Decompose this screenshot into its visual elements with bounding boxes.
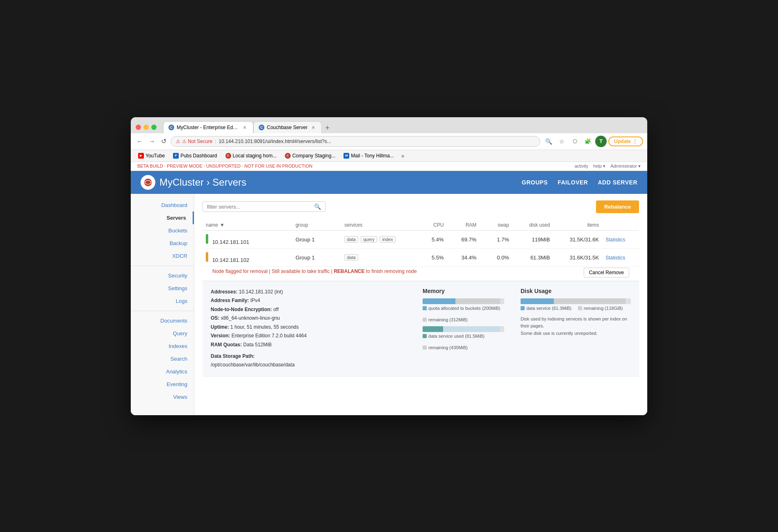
sidebar-item-documents[interactable]: Documents xyxy=(131,314,194,327)
content-area: 🔍 Rebalance name ▼ xyxy=(194,194,647,415)
server2-group: Group 1 xyxy=(292,248,341,266)
disk-bar-track xyxy=(521,298,631,304)
back-button[interactable]: ← xyxy=(135,136,145,147)
cancel-remove-button[interactable]: Cancel Remove xyxy=(584,268,629,277)
legend-disk-remaining: remaining (118GiB) xyxy=(578,306,623,311)
server2-name: 10.142.181.102 xyxy=(202,248,292,266)
server2-stats-link[interactable]: Statistics xyxy=(605,255,625,261)
bookmark-mail[interactable]: M Mail - Tony Hillma... xyxy=(340,152,397,159)
activity-link[interactable]: activity xyxy=(575,164,589,169)
failover-button[interactable]: FAILOVER xyxy=(557,179,588,186)
traffic-lights xyxy=(136,125,157,130)
extension-icon[interactable]: ⬡ xyxy=(569,136,580,147)
search-nav-icon[interactable]: 🔍 xyxy=(543,136,554,147)
sidebar-item-servers[interactable]: Servers xyxy=(131,211,194,224)
sidebar-item-settings[interactable]: Settings xyxy=(131,282,194,295)
warning-icon: ⚠ xyxy=(176,139,180,144)
sidebar-item-security[interactable]: Security xyxy=(131,269,194,282)
memory-bar-1-track xyxy=(423,298,504,304)
new-tab-button[interactable]: + xyxy=(322,123,333,133)
forward-button[interactable]: → xyxy=(147,136,157,147)
tab-2-close[interactable]: × xyxy=(310,124,316,131)
logo-area: MyCluster › Servers xyxy=(141,175,246,190)
server1-group: Group 1 xyxy=(292,230,341,248)
update-button[interactable]: Update ⋮ xyxy=(608,136,643,146)
minimize-traffic-light[interactable] xyxy=(143,125,149,130)
legend-disk-remaining-label: remaining (118GiB) xyxy=(584,306,623,311)
disk-bar-fill xyxy=(521,298,554,304)
memory-bar-1-fill-quota xyxy=(423,298,455,304)
sidebar-item-views[interactable]: Views xyxy=(131,391,194,403)
sidebar-item-xdcr[interactable]: XDCR xyxy=(131,250,194,262)
sidebar-item-eventing[interactable]: Eventing xyxy=(131,378,194,391)
rebalance-button[interactable]: Rebalance xyxy=(596,200,639,213)
disk-bar: data service (61.3MiB) remaining (118GiB… xyxy=(521,298,631,311)
memory-legend-1: quota allocated to buckets (200MiB) rema… xyxy=(423,306,504,322)
sidebar-item-query[interactable]: Query xyxy=(131,327,194,340)
th-swap: swap xyxy=(480,220,512,231)
disk-bar-fill-remaining xyxy=(554,298,626,304)
add-server-button[interactable]: ADD SERVER xyxy=(598,179,637,186)
memory-bar-2-fill-used xyxy=(423,326,443,332)
url-divider: | xyxy=(215,139,216,144)
tab-2[interactable]: C Couchbase Server × xyxy=(253,121,322,133)
pubs-favicon: P xyxy=(173,153,179,159)
legend-remaining-2-label: remaining (430MiB) xyxy=(428,345,468,350)
tab-1-title: MyCluster - Enterprise Edition xyxy=(177,125,239,130)
server2-ram: 34.4% xyxy=(447,248,480,266)
close-traffic-light[interactable] xyxy=(136,125,141,130)
sidebar-item-analytics[interactable]: Analytics xyxy=(131,365,194,378)
th-stats xyxy=(602,220,639,231)
bookmark-pubs[interactable]: P Pubs Dashboard xyxy=(170,152,220,159)
reload-button[interactable]: ↺ xyxy=(159,136,168,147)
sidebar-item-backup[interactable]: Backup xyxy=(131,237,194,250)
sidebar-item-logs[interactable]: Logs xyxy=(131,295,194,307)
warning-text-after: to finish removing node xyxy=(366,268,417,274)
admin-link[interactable]: Administrator ▾ xyxy=(610,164,641,169)
extensions-icon[interactable]: 🧩 xyxy=(582,136,594,147)
memory-bar-1: quota allocated to buckets (200MiB) rema… xyxy=(423,298,504,322)
nav-bar: ← → ↺ ⚠ ⚠ Not Secure | 10.144.210.101:80… xyxy=(131,133,647,150)
groups-button[interactable]: GROUPS xyxy=(522,179,548,186)
server2-disk: 61.3MiB xyxy=(512,248,553,266)
filter-servers-input[interactable] xyxy=(207,204,314,210)
table-row: 10.142.181.101 Group 1 data query index … xyxy=(202,230,639,248)
app-content: BETA BUILD · PREVIEW MODE · UNSUPPORTED … xyxy=(131,162,647,415)
local-favicon: C xyxy=(225,153,231,159)
memory-cell: Memory xyxy=(414,281,512,376)
sidebar: Dashboard Servers Buckets Backup XDCR Se… xyxy=(131,194,194,415)
company-favicon: C xyxy=(285,153,291,159)
disk-note: Disk used by indexing services is shown … xyxy=(521,316,631,337)
sidebar-item-indexes[interactable]: Indexes xyxy=(131,340,194,352)
sidebar-item-search[interactable]: Search xyxy=(131,352,194,365)
maximize-traffic-light[interactable] xyxy=(151,125,157,130)
legend-disk-data-label: data service (61.3MiB) xyxy=(526,306,571,311)
couchbase-logo xyxy=(141,175,155,190)
warning-rebalance-link[interactable]: REBALANCE xyxy=(334,268,364,274)
nav-actions: 🔍 ☆ ⬡ 🧩 T Update ⋮ xyxy=(543,136,643,147)
app-title: MyCluster › Servers xyxy=(159,177,246,188)
server2-services: data xyxy=(341,248,414,266)
bookmark-youtube[interactable]: ▶ YouTube xyxy=(135,152,168,159)
tab-1-close[interactable]: × xyxy=(241,124,248,131)
tab-1[interactable]: C MyCluster - Enterprise Edition × xyxy=(163,121,253,133)
server1-status-indicator xyxy=(206,234,208,244)
help-link[interactable]: help ▾ xyxy=(593,164,605,169)
bookmark-local[interactable]: C Local staging hom... xyxy=(222,152,280,159)
th-name: name ▼ xyxy=(202,220,292,231)
bookmark-icon[interactable]: ☆ xyxy=(556,136,567,147)
profile-button[interactable]: T xyxy=(595,136,607,147)
filter-input-wrap[interactable]: 🔍 xyxy=(202,201,325,212)
address-bar[interactable]: ⚠ ⚠ Not Secure | 10.144.210.101:8091/ui/… xyxy=(171,136,540,147)
legend-dot-remaining-2 xyxy=(423,346,427,350)
server1-ip[interactable]: 10.142.181.101 xyxy=(212,239,249,245)
table-header-row: name ▼ group services CPU xyxy=(202,220,639,231)
server1-stats-link[interactable]: Statistics xyxy=(605,237,625,243)
browser-window: C MyCluster - Enterprise Edition × C Cou… xyxy=(131,117,647,415)
sidebar-item-dashboard[interactable]: Dashboard xyxy=(131,199,194,211)
sidebar-item-buckets[interactable]: Buckets xyxy=(131,224,194,237)
bookmark-company[interactable]: C Company Staging... xyxy=(282,152,339,159)
th-ram: RAM xyxy=(447,220,480,231)
server2-ip[interactable]: 10.142.181.102 xyxy=(212,257,249,263)
more-bookmarks-icon[interactable]: » xyxy=(399,152,407,160)
